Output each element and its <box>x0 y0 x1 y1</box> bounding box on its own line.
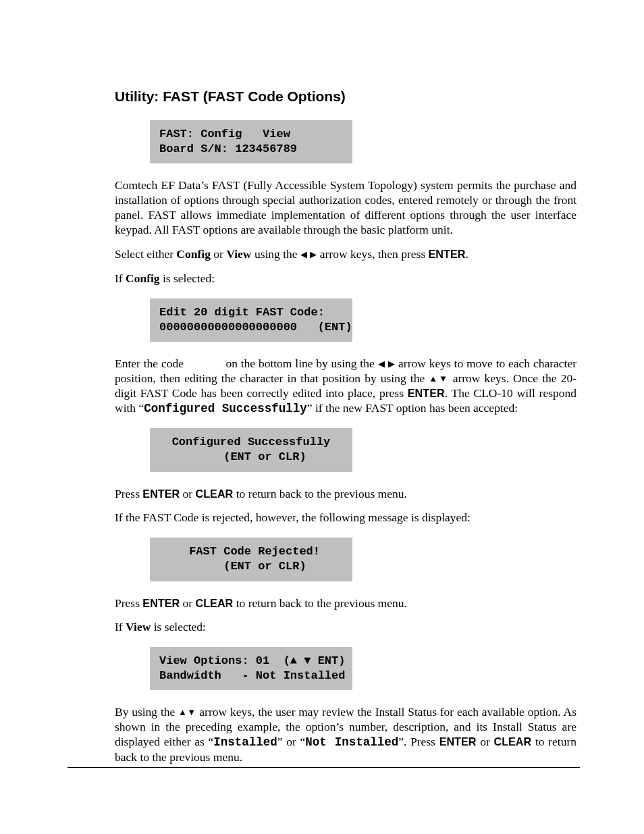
right-arrow-icon: ▶ <box>388 359 395 369</box>
paragraph-select: Select either Config or View using the ◀… <box>115 247 576 262</box>
lcd-line: Edit 20 digit FAST Code: <box>159 306 325 319</box>
document-page: Utility: FAST (FAST Code Options) FAST: … <box>0 0 644 834</box>
lcd-line: (ENT or CLR) <box>196 560 306 573</box>
left-arrow-icon: ◀ <box>378 359 385 369</box>
key-clear: CLEAR <box>196 597 234 609</box>
msg-configured-successfully: Configured Successfully <box>144 402 307 415</box>
paragraph-return-2: Press ENTER or CLEAR to return back to t… <box>115 596 576 611</box>
lcd-view-options: View Options: 01 (▲ ▼ ENT) Bandwidth - N… <box>150 647 352 690</box>
down-arrow-icon: ▼ <box>439 373 449 384</box>
label-view: View <box>226 247 251 261</box>
paragraph-intro: Comtech EF Data’s FAST (Fully Accessible… <box>115 178 576 238</box>
key-enter: ENTER <box>429 248 466 260</box>
paragraph-by-using: By using the ▲▼ arrow keys, the user may… <box>115 705 576 765</box>
paragraph-return-1: Press ENTER or CLEAR to return back to t… <box>115 487 576 502</box>
left-arrow-icon: ◀ <box>300 249 307 259</box>
paragraph-if-config: If Config is selected: <box>115 271 576 286</box>
section-title: Utility: FAST (FAST Code Options) <box>115 88 576 105</box>
key-enter: ENTER <box>142 597 180 609</box>
up-arrow-icon: ▲ <box>429 373 439 384</box>
lcd-main-menu: FAST: Config View Board S/N: 123456789 <box>150 120 352 163</box>
footer-divider <box>68 767 580 768</box>
lcd-line: Bandwidth - Not Installed <box>159 669 345 682</box>
paragraph-if-view: If View is selected: <box>115 620 576 635</box>
status-installed: Installed <box>213 735 277 749</box>
lcd-line: Configured Successfully <box>172 436 331 448</box>
label-config: Config <box>126 271 160 285</box>
paragraph-enter-code: Enter the code on the bottom line by usi… <box>115 357 576 417</box>
lcd-line: View Options: 01 (▲ ▼ ENT) <box>159 654 345 667</box>
key-clear: CLEAR <box>196 488 234 500</box>
lcd-line: (ENT or CLR) <box>196 450 306 463</box>
lcd-configured-ok: Configured Successfully (ENT or CLR) <box>150 428 352 471</box>
right-arrow-icon: ▶ <box>310 249 317 259</box>
key-enter: ENTER <box>439 735 477 748</box>
key-clear: CLEAR <box>493 735 531 748</box>
status-not-installed: Not Installed <box>305 735 398 749</box>
label-config: Config <box>176 247 211 261</box>
paragraph-rejected: If the FAST Code is rejected, however, t… <box>115 511 576 525</box>
lcd-edit-code: Edit 20 digit FAST Code: 000000000000000… <box>150 298 352 342</box>
key-enter: ENTER <box>142 488 180 500</box>
label-view: View <box>126 620 151 633</box>
lcd-line: 00000000000000000000 (ENT) <box>159 321 352 334</box>
lcd-line: Board S/N: 123456789 <box>159 142 297 155</box>
up-arrow-icon: ▲ <box>178 707 187 717</box>
key-enter: ENTER <box>408 387 445 399</box>
lcd-line: FAST Code Rejected! <box>182 545 320 558</box>
lcd-rejected: FAST Code Rejected! (ENT or CLR) <box>150 538 352 581</box>
down-arrow-icon: ▼ <box>187 707 196 717</box>
lcd-line: FAST: Config View <box>159 128 290 140</box>
